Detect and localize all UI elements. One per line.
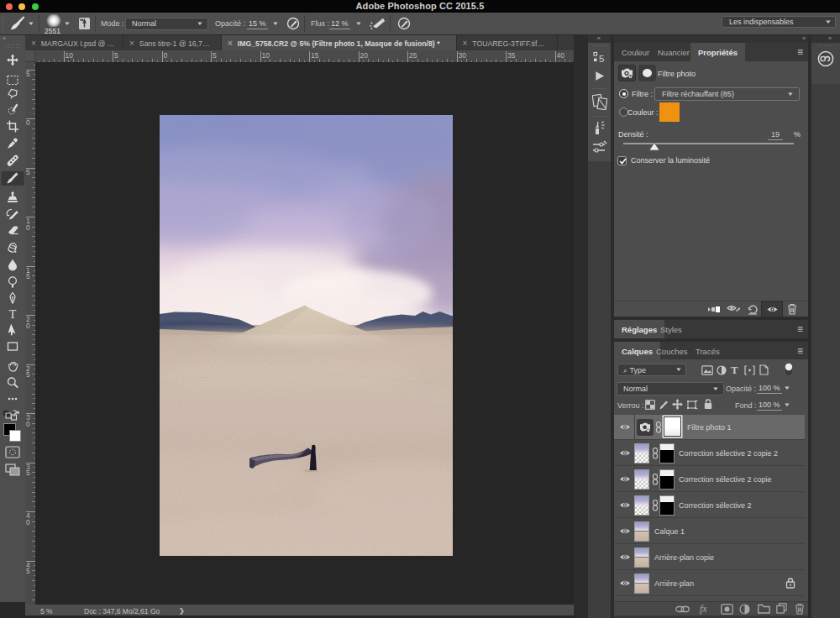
svg-text:5: 5 <box>599 54 604 64</box>
svg-text:T: T <box>9 308 17 321</box>
